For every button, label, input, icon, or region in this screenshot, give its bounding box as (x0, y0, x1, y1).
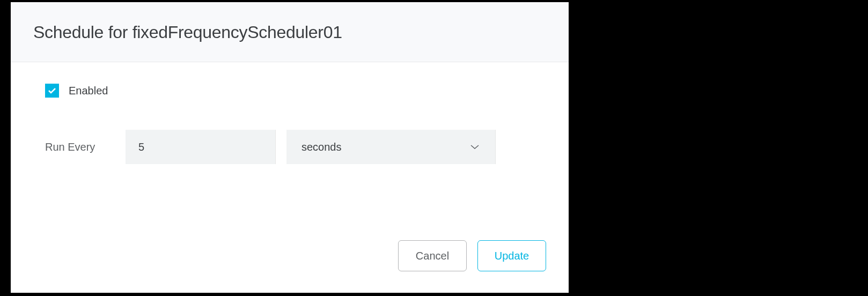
dialog-body: Enabled Run Every seconds (11, 62, 569, 227)
chevron-down-icon (469, 144, 480, 150)
cancel-button[interactable]: Cancel (398, 240, 467, 271)
enabled-checkbox[interactable] (45, 84, 59, 98)
run-every-label: Run Every (45, 141, 115, 153)
enabled-label: Enabled (69, 85, 108, 97)
dialog-footer: Cancel Update (11, 227, 569, 293)
dialog-header: Schedule for fixedFrequencyScheduler01 (11, 2, 569, 62)
update-button[interactable]: Update (477, 240, 546, 271)
run-every-row: Run Every seconds (45, 130, 534, 164)
enabled-row: Enabled (45, 84, 534, 98)
dialog-title: Schedule for fixedFrequencyScheduler01 (33, 23, 546, 42)
run-every-value-input[interactable] (126, 130, 276, 164)
check-icon (48, 87, 56, 94)
run-every-unit-select[interactable]: seconds (286, 130, 496, 164)
schedule-dialog: Schedule for fixedFrequencyScheduler01 E… (11, 2, 569, 293)
run-every-unit-value: seconds (301, 141, 342, 153)
